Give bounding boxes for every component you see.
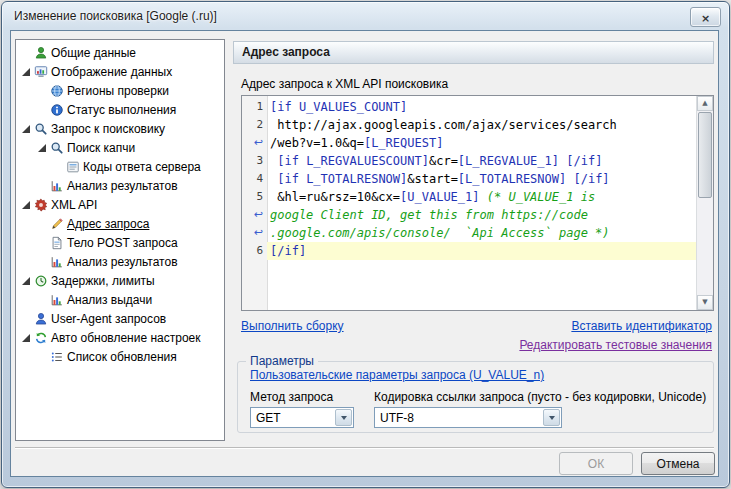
code-line[interactable]: ↩google Client ID, get this from https:/… — [242, 206, 697, 224]
tree-item-label: Задержки, лимиты — [51, 274, 155, 288]
dialog-edit-search-engine: Изменение поисковика [Google (.ru)] × Об… — [1, 1, 730, 488]
code-text: [/if] — [267, 242, 697, 260]
code-text: [if L_TOTALRESNOW]&start=[L_TOTALRESNOW]… — [267, 170, 697, 188]
tree-item-label: Авто обновление настроек — [51, 331, 201, 345]
close-button[interactable]: × — [690, 7, 721, 27]
expander-icon[interactable] — [20, 123, 32, 135]
server-codes-icon — [65, 159, 81, 174]
expander-icon[interactable] — [20, 66, 32, 78]
code-line[interactable]: 6[/if] — [242, 242, 697, 260]
expander-spacer — [36, 85, 48, 97]
tree-item-15[interactable]: Авто обновление настроек — [16, 328, 224, 347]
line-number: 3 — [242, 152, 267, 170]
parameters-group-label: Параметры — [246, 354, 318, 368]
expander-spacer — [20, 313, 32, 325]
xml-gear-icon — [33, 197, 49, 212]
list-icon — [49, 349, 65, 364]
titlebar[interactable]: Изменение поисковика [Google (.ru)] × — [2, 2, 729, 30]
settings-tree[interactable]: Общие данныеОтображение данныхРегионы пр… — [15, 39, 225, 441]
separator — [15, 447, 714, 449]
tree-item-label: Тело POST запроса — [67, 236, 178, 250]
expander-spacer — [36, 180, 48, 192]
tree-item-label: Коды ответа сервера — [83, 160, 201, 174]
request-url-editor[interactable]: 1[if U_VALUES_COUNT]2 http://ajax.google… — [241, 95, 714, 311]
code-text: [if L_REGVALUESCOUNT]&cr=[L_REGVALUE_1] … — [267, 152, 697, 170]
code-line[interactable]: ↩/web?v=1.0&q=[L_REQUEST] — [242, 134, 697, 152]
encoding-label: Кодировка ссылки запроса (пусто - без ко… — [374, 390, 706, 404]
tree-item-4[interactable]: Запрос к поисковику — [16, 119, 224, 138]
expander-icon[interactable] — [20, 275, 32, 287]
scrollbar-thumb[interactable] — [698, 112, 712, 198]
expander-icon[interactable] — [36, 142, 48, 154]
tree-item-6[interactable]: Коды ответа сервера — [16, 157, 224, 176]
dialog-body: Общие данныеОтображение данныхРегионы пр… — [10, 30, 719, 477]
cancel-button[interactable]: Отмена — [641, 452, 715, 475]
method-value: GET — [256, 411, 281, 425]
expander-spacer — [36, 351, 48, 363]
expander-spacer — [36, 104, 48, 116]
scroll-up-button[interactable]: ▲ — [697, 96, 713, 111]
tree-item-7[interactable]: Анализ результатов — [16, 176, 224, 195]
method-dropdown-button[interactable] — [335, 409, 352, 426]
line-number: 5 — [242, 188, 267, 206]
line-number: 6 — [242, 242, 267, 260]
tree-item-11[interactable]: Анализ результатов — [16, 252, 224, 271]
expander-spacer — [36, 237, 48, 249]
insert-identifier-link[interactable]: Вставить идентификатор — [571, 319, 712, 333]
close-icon: × — [701, 12, 710, 25]
tree-item-0[interactable]: Общие данные — [16, 43, 224, 62]
tree-item-16[interactable]: Список обновления — [16, 347, 224, 366]
line-number: 4 — [242, 170, 267, 188]
arrow-down-icon: ▼ — [702, 299, 707, 306]
tree-item-3[interactable]: Статус выполнения — [16, 100, 224, 119]
expander-icon[interactable] — [20, 332, 32, 344]
chart-icon — [49, 254, 65, 269]
tree-item-label: Анализ результатов — [67, 255, 178, 269]
tree-item-label: Запрос к поисковику — [51, 122, 165, 136]
parameters-group: Параметры Пользовательские параметры зап… — [237, 361, 714, 433]
edit-test-values-link[interactable]: Редактировать тестовые значения — [519, 338, 712, 352]
arrow-up-icon: ▲ — [702, 100, 707, 107]
encoding-select[interactable]: UTF-8 — [374, 407, 562, 428]
tree-item-2[interactable]: Регионы проверки — [16, 81, 224, 100]
tree-item-1[interactable]: Отображение данных — [16, 62, 224, 81]
tree-item-8[interactable]: XML API — [16, 195, 224, 214]
code-line[interactable]: 4 [if L_TOTALRESNOW]&start=[L_TOTALRESNO… — [242, 170, 697, 188]
code-line[interactable]: 2 http://ajax.googleapis.com/ajax/servic… — [242, 116, 697, 134]
expander-spacer — [52, 161, 64, 173]
encoding-value: UTF-8 — [380, 411, 414, 425]
expander-icon[interactable] — [20, 199, 32, 211]
person-blue-icon — [33, 311, 49, 326]
refresh-icon — [33, 330, 49, 345]
method-select[interactable]: GET — [250, 407, 354, 428]
chart-icon — [49, 178, 65, 193]
run-build-link[interactable]: Выполнить сборку — [241, 319, 344, 333]
tree-item-10[interactable]: Тело POST запроса — [16, 233, 224, 252]
tree-item-9[interactable]: Адрес запроса — [16, 214, 224, 233]
section-header: Адрес запроса — [233, 41, 714, 64]
tree-item-label: XML API — [51, 198, 97, 212]
code-line[interactable]: ↩.google.com/apis/console/ `Api Access` … — [242, 224, 697, 242]
expander-spacer — [36, 256, 48, 268]
tree-item-label: Статус выполнения — [67, 103, 176, 117]
code-line[interactable]: 3 [if L_REGVALUESCOUNT]&cr=[L_REGVALUE_1… — [242, 152, 697, 170]
tree-item-12[interactable]: Задержки, лимиты — [16, 271, 224, 290]
ok-button[interactable]: ОК — [559, 452, 633, 475]
expander-spacer — [36, 218, 48, 230]
code-line[interactable]: 1[if U_VALUES_COUNT] — [242, 98, 697, 116]
address-pencil-icon — [49, 216, 65, 231]
scroll-down-button[interactable]: ▼ — [697, 295, 713, 310]
tree-item-5[interactable]: Поиск капчи — [16, 138, 224, 157]
wrap-marker-icon: ↩ — [242, 206, 267, 224]
user-params-link[interactable]: Пользовательские параметры запроса (U_VA… — [250, 368, 544, 382]
tree-item-14[interactable]: User-Agent запросов — [16, 309, 224, 328]
wrap-marker-icon: ↩ — [242, 224, 267, 242]
chevron-down-icon — [549, 416, 555, 420]
tree-item-label: Адрес запроса — [67, 217, 149, 231]
code-line[interactable]: 5 &hl=ru&rsz=10&cx=[U_VALUE_1] (* U_VALU… — [242, 188, 697, 206]
encoding-dropdown-button[interactable] — [543, 409, 560, 426]
vertical-scrollbar[interactable]: ▲ ▼ — [696, 96, 713, 310]
expander-spacer — [36, 294, 48, 306]
wrap-marker-icon: ↩ — [242, 134, 267, 152]
tree-item-13[interactable]: Анализ выдачи — [16, 290, 224, 309]
